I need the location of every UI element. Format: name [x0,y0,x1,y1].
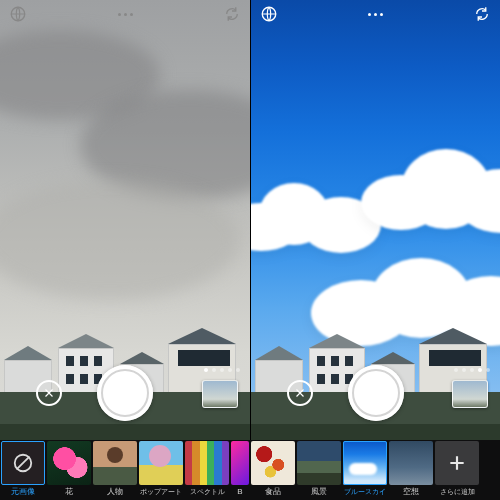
filter-label: 元画像 [11,485,35,499]
filter-strip[interactable]: 元画像 花 人物 ポップアート スペクトル B [0,440,500,500]
filter-label: 花 [65,485,73,499]
filter-label: ブルースカイ [344,485,386,499]
last-photo-thumbnail[interactable] [452,380,488,408]
filter-b[interactable]: B [230,440,250,500]
filter-thumb [93,441,137,485]
shutter-button[interactable] [348,365,404,421]
last-photo-thumbnail[interactable] [202,380,238,408]
plus-icon [435,441,479,485]
filter-add-more[interactable]: さらに追加 [434,440,480,500]
globe-icon[interactable] [259,4,279,24]
filter-fuukei[interactable]: 風景 [296,440,342,500]
filter-thumb [251,441,295,485]
filter-thumb [297,441,341,485]
preview-pane-original [0,0,250,440]
filter-label: 風景 [311,485,327,499]
page-indicator [204,368,240,372]
preview-pane-filtered [250,0,500,440]
page-indicator [454,368,490,372]
comparison-stage: 元画像 花 人物 ポップアート スペクトル B [0,0,500,500]
filter-label: B [237,485,242,499]
camera-controls [251,358,500,428]
filter-none[interactable]: 元画像 [0,440,46,500]
camera-controls [0,358,250,428]
top-bar [0,0,250,28]
shutter-button[interactable] [97,365,153,421]
top-bar [251,0,500,28]
filter-thumb [185,441,229,485]
more-icon[interactable] [115,4,135,24]
filter-label: さらに追加 [440,485,475,499]
refresh-icon[interactable] [222,4,242,24]
filter-label: 食品 [265,485,281,499]
filter-label: スペクトル [190,485,225,499]
filter-tiles: 元画像 花 人物 ポップアート スペクトル B [0,440,480,500]
filter-food[interactable]: 食品 [250,440,296,500]
filter-thumb [389,441,433,485]
refresh-icon[interactable] [472,4,492,24]
filter-thumb [231,441,249,485]
more-icon[interactable] [366,4,386,24]
filter-label: ポップアート [140,485,182,499]
filter-thumb [47,441,91,485]
filter-thumb [139,441,183,485]
close-button[interactable] [287,380,313,406]
filter-bluesky[interactable]: ブルースカイ [342,440,388,500]
filter-label: 空想 [403,485,419,499]
filter-kuusou[interactable]: 空想 [388,440,434,500]
filter-thumb [343,441,387,485]
globe-icon[interactable] [8,4,28,24]
filter-jinbutsu[interactable]: 人物 [92,440,138,500]
filter-label: 人物 [107,485,123,499]
no-filter-icon [1,441,45,485]
close-button[interactable] [36,380,62,406]
filter-spectre[interactable]: スペクトル [184,440,230,500]
filter-hana[interactable]: 花 [46,440,92,500]
filter-popart[interactable]: ポップアート [138,440,184,500]
